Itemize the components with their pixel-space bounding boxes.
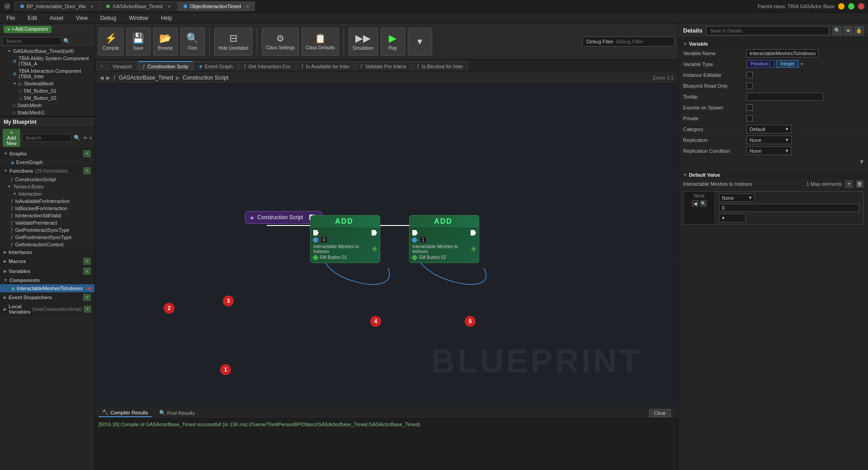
- expand-button[interactable]: ▾: [860, 157, 863, 166]
- static-mesh1-item[interactable]: □ StaticMesh1: [0, 109, 94, 116]
- primitive-type-badge[interactable]: Primitive (: [746, 60, 774, 68]
- int-type-badge[interactable]: Integer: [776, 60, 798, 68]
- tab-is-blocked[interactable]: ƒ Is Blocked for Inter: [412, 61, 468, 71]
- save-button[interactable]: 💾 Save: [126, 28, 151, 56]
- fn-get-pre-sync[interactable]: ƒGetPreInteractSyncType: [0, 226, 94, 234]
- map-val-input[interactable]: [719, 204, 859, 212]
- instance-editable-checkbox[interactable]: [746, 72, 753, 78]
- fn-is-blocked[interactable]: ƒIsBlockedForInteraction: [0, 205, 94, 212]
- event-dispatchers-section[interactable]: ▶ Event Dispatchers +: [0, 292, 94, 302]
- type-dropdown-arrow[interactable]: ▾: [801, 61, 803, 66]
- macros-section[interactable]: ▶ Macros +: [0, 256, 94, 266]
- variable-section-header[interactable]: ▼ Variable: [679, 40, 868, 48]
- fn-get-context[interactable]: ƒGetInteractionContext: [0, 241, 94, 248]
- bp-add-new-button[interactable]: + Add New: [3, 129, 20, 147]
- components-search-input[interactable]: [3, 37, 61, 45]
- menu-file[interactable]: File: [4, 14, 18, 22]
- event-dispatchers-add-button[interactable]: +: [83, 294, 91, 301]
- tooltip-input[interactable]: [746, 93, 823, 101]
- minimize-btn[interactable]: [838, 3, 844, 9]
- blueprint-read-only-checkbox[interactable]: [746, 83, 753, 89]
- private-checkbox[interactable]: [746, 115, 753, 122]
- components-sub-section[interactable]: ▼ Components: [0, 276, 94, 284]
- bp-eye-icon[interactable]: 👁: [83, 136, 88, 141]
- details-eye-icon-btn[interactable]: 👁: [844, 26, 853, 35]
- find-results-tab[interactable]: 🔍 Find Results: [156, 409, 198, 417]
- browse-button[interactable]: 📂 Browse: [153, 28, 178, 56]
- twisted-bytes-group[interactable]: ▼ Twisted Bytes: [0, 183, 94, 190]
- menu-view[interactable]: View: [73, 14, 90, 22]
- simulation-button[interactable]: ▶▶ Simulation: [349, 28, 378, 56]
- compiler-results-tab[interactable]: 🔨 Compiler Results: [99, 409, 152, 417]
- var-arrow-icon[interactable]: ◀: [87, 285, 91, 291]
- details-search-icon-btn[interactable]: 🔍: [833, 26, 842, 35]
- interactable-meshes-var-item[interactable]: ▣ InteractableMeshesToIndexes ◀: [0, 284, 94, 292]
- play-button[interactable]: ▶ Play: [381, 28, 405, 56]
- default-value-header[interactable]: ▼ Default Value: [679, 171, 868, 179]
- title-tab-1[interactable]: GASActorBase_Timed ✕: [100, 1, 176, 11]
- fn-validate-pre[interactable]: ƒValidatePreInteract: [0, 219, 94, 226]
- details-lock-icon-btn[interactable]: 🔒: [854, 26, 863, 35]
- clear-button[interactable]: Clear: [649, 409, 671, 417]
- map-add-button[interactable]: +: [845, 180, 853, 188]
- breadcrumb-forward[interactable]: ▶: [106, 75, 110, 81]
- close-btn[interactable]: [858, 3, 864, 9]
- class-defaults-button[interactable]: 📋 Class Defaults: [302, 28, 339, 56]
- construction-script-item[interactable]: ƒ ConstructionScript: [0, 176, 94, 183]
- graphs-section[interactable]: ▼ Graphs +: [0, 149, 94, 159]
- variables-add-button[interactable]: +: [83, 268, 91, 275]
- menu-asset[interactable]: Asset: [47, 14, 66, 22]
- tbia-ability-item[interactable]: ⚙ TBIA Ability System Component (TBIA_A: [0, 55, 94, 67]
- class-settings-button[interactable]: ⚙ Class Settings: [262, 28, 299, 56]
- val-extra-dropdown[interactable]: ▾: [719, 214, 746, 222]
- static-mesh-item[interactable]: □ StaticMesh: [0, 102, 94, 109]
- map-delete-button[interactable]: 🗑: [856, 180, 863, 188]
- category-dropdown[interactable]: Default ▾: [746, 125, 792, 133]
- bp-search-input[interactable]: [22, 134, 72, 142]
- tab-is-available[interactable]: ƒ Is Available for Inter: [296, 61, 354, 71]
- tab-event-graph[interactable]: ◈ Event Graph: [194, 61, 238, 71]
- find-button[interactable]: 🔍 Find: [180, 28, 205, 56]
- bookmark-button[interactable]: ☆: [97, 61, 107, 71]
- map-key-search-btn[interactable]: 🔍: [700, 200, 707, 207]
- menu-debug[interactable]: Debug: [98, 14, 119, 22]
- tab-validate-pre[interactable]: ƒ Validate Pre Intera: [355, 61, 411, 71]
- sm-button-01-item[interactable]: □ SM_Button_01: [0, 87, 94, 94]
- add-node-2[interactable]: ADD 1: [409, 215, 479, 263]
- add-component-button[interactable]: ++ Add Component: [4, 26, 52, 33]
- debug-filter-input[interactable]: [616, 39, 670, 44]
- sm-button-02-item[interactable]: □ SM_Button_02: [0, 94, 94, 102]
- local-variables-section[interactable]: ▶ Local Variables (UserConstructionScrip…: [0, 302, 94, 316]
- interaction-group[interactable]: ▼ Interaction: [0, 190, 94, 197]
- compile-button[interactable]: ⚡ Compile: [99, 28, 123, 56]
- functions-section[interactable]: ▼ Functions (29 Overridable) +: [0, 166, 94, 176]
- menu-edit[interactable]: Edit: [25, 14, 40, 22]
- tab-construction-script[interactable]: ƒ Construction Scrip: [138, 61, 193, 71]
- bp-chevron-icon[interactable]: ▾: [90, 136, 92, 141]
- local-vars-add-button[interactable]: +: [84, 306, 91, 313]
- map-key-prev-btn[interactable]: ◀: [692, 200, 698, 207]
- variables-section[interactable]: ▶ Variables +: [0, 266, 94, 276]
- fn-is-available[interactable]: ƒIsAvailableForInteraction: [0, 197, 94, 205]
- details-search-input[interactable]: [706, 26, 829, 35]
- add-node-1[interactable]: ADD 0: [310, 215, 380, 263]
- menu-help[interactable]: Help: [158, 14, 175, 22]
- blueprint-canvas[interactable]: Construction Script ADD: [95, 84, 678, 407]
- tbia-interaction-item[interactable]: ⚙ TBIA Interaction Component (TBIA_Inter: [0, 67, 94, 80]
- tab-viewport[interactable]: Viewport: [108, 61, 137, 71]
- replication-dropdown[interactable]: None ▾: [746, 136, 792, 144]
- macros-add-button[interactable]: +: [83, 258, 91, 265]
- title-tab-2[interactable]: ObjectInteractionTimed ✕: [178, 1, 255, 11]
- val-none-dropdown[interactable]: None▾: [719, 193, 755, 202]
- expose-spawn-checkbox[interactable]: [746, 104, 753, 111]
- title-tab-0[interactable]: BP_Interactable_Door_Wa ✕: [14, 1, 99, 11]
- interfaces-section[interactable]: ▶ Interfaces: [0, 248, 94, 256]
- self-item[interactable]: ▼ GASActorBase_Timed(self): [0, 47, 94, 55]
- variable-name-input[interactable]: [746, 49, 819, 57]
- restore-btn[interactable]: [848, 3, 854, 9]
- skeletal-mesh-item[interactable]: ▼ ▷ SkeletalMesh: [0, 80, 94, 87]
- graphs-add-button[interactable]: +: [83, 150, 91, 157]
- fn-get-post-sync[interactable]: ƒGetPostInteractSyncType: [0, 234, 94, 241]
- hide-unrelated-button[interactable]: ⊟ Hide Unrelated: [214, 28, 253, 56]
- breadcrumb-back[interactable]: ◀: [99, 75, 104, 81]
